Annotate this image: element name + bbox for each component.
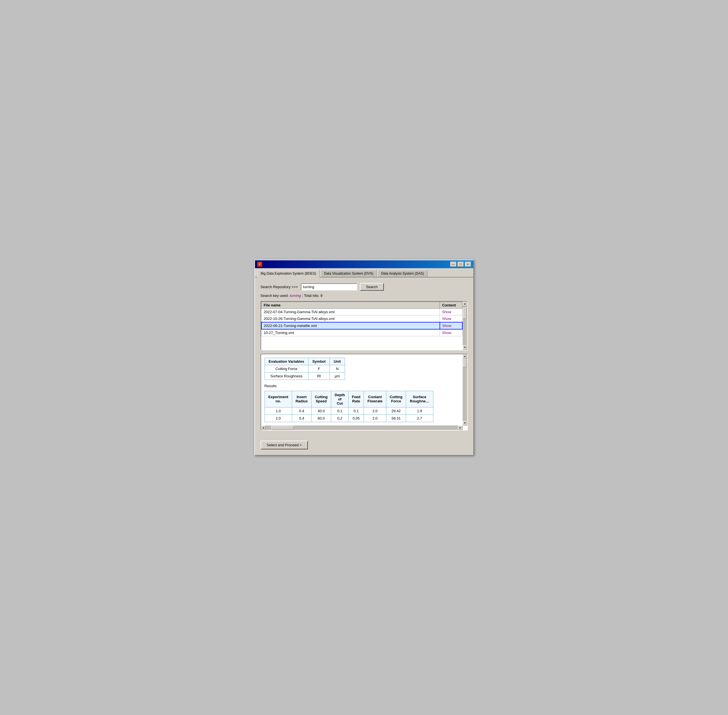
search-input[interactable]: [301, 284, 357, 290]
file-table-header-filename: File name: [261, 302, 440, 308]
data-panel: Evaluation Variables Symbol Unit Cutting…: [261, 354, 468, 430]
select-and-proceed-button[interactable]: Select and Proceed >: [261, 440, 308, 450]
results-header-insert-radius: InsertRadius: [292, 391, 311, 407]
eval-unit: μm: [329, 372, 345, 380]
file-name-cell: 2022-07-04-Turning-Gamma-TiAl alloys.xml: [261, 308, 440, 315]
results-header-surface-roughness: SurfaceRoughne…: [406, 391, 433, 407]
results-row: 1.0 0.4 40.0 0.1 0.1 2.0 29.42 1.9: [264, 407, 433, 415]
data-h-track[interactable]: [266, 425, 458, 430]
scrollbar-thumb[interactable]: [463, 308, 467, 319]
close-button[interactable]: ×: [465, 262, 471, 267]
results-label: Results: [264, 384, 459, 388]
scroll-down-button[interactable]: ▼: [463, 345, 467, 350]
search-keyword: turning: [290, 294, 301, 298]
scrollbar-track[interactable]: [463, 306, 467, 345]
eval-row: Surface Roughness Rt μm: [264, 372, 345, 380]
show-link[interactable]: Show: [442, 317, 452, 321]
results-header-cutting-force: CuttingForce: [386, 391, 406, 407]
table-row[interactable]: 2022-10-26-Turning-Gamma-TiAl alloys.xml…: [261, 315, 467, 322]
results-cell-coolant-flowrate: 2.0: [364, 415, 386, 422]
results-scroll-container[interactable]: Experimentno. InsertRadius CuttingSpeed …: [264, 391, 459, 422]
results-cell-surface-roughness: 1.9: [406, 407, 433, 415]
file-table-header-content: Content: [440, 302, 462, 308]
eval-symbol: Rt: [308, 372, 329, 380]
results-header-coolant-flowrate: CoolantFlowrate: [364, 391, 386, 407]
eval-header-symbol: Symbol: [308, 358, 329, 365]
data-scroll-right-button[interactable]: ►: [458, 425, 463, 430]
title-bar: J — □ ×: [255, 260, 473, 268]
table-row[interactable]: 2022-06-21-Turning-metafile.xml Show: [261, 322, 467, 329]
results-cell-exp-no: 1.0: [264, 407, 292, 415]
table-row[interactable]: 10-27_Turning.xml Show: [261, 329, 467, 336]
eval-variable: Cutting Force: [264, 365, 308, 372]
results-header-depth-of-cut: DepthofCut: [331, 391, 349, 407]
main-window: J — □ × Big Data Exploration System (BDE…: [254, 260, 474, 456]
search-row: Search Repository >>> Search: [261, 283, 468, 291]
results-cell-cutting-speed: 40.0: [311, 407, 331, 415]
results-cell-surface-roughness: 2.7: [406, 415, 433, 422]
results-header-feed-rate: FeedRate: [348, 391, 364, 407]
show-link-cell[interactable]: Show: [440, 315, 462, 322]
file-name-cell: 2022-06-21-Turning-metafile.xml: [261, 322, 440, 329]
results-cell-depth-of-cut: 0.1: [331, 407, 349, 415]
results-cell-cutting-force: 58.31: [386, 415, 406, 422]
table-row[interactable]: 2022-07-04-Turning-Gamma-TiAl alloys.xml…: [261, 308, 467, 315]
search-label: Search Repository >>>: [261, 285, 298, 289]
title-bar-controls: — □ ×: [450, 262, 471, 267]
file-table-container: File name Content 2022-07-04-Turning-Gam…: [261, 301, 468, 350]
results-cell-coolant-flowrate: 2.0: [364, 407, 386, 415]
tab-das[interactable]: Data Analysis System (DAS): [378, 270, 427, 277]
results-cell-insert-radius: 0.4: [292, 415, 311, 422]
file-scrollbar: ▲ ▼: [463, 302, 467, 350]
file-name-cell: 10-27_Turning.xml: [261, 329, 440, 336]
results-header-cutting-speed: CuttingSpeed: [311, 391, 331, 407]
data-h-thumb[interactable]: [271, 426, 294, 430]
eval-table: Evaluation Variables Symbol Unit Cutting…: [264, 358, 345, 380]
show-link[interactable]: Show: [443, 324, 452, 328]
show-link-cell[interactable]: Show: [440, 322, 462, 329]
results-row: 2.0 0.4 60.0 0.2 0.05 2.0 58.31 2.7: [264, 415, 433, 422]
data-panel-scrollbar-v: ▲ ▼: [463, 354, 467, 425]
data-scroll-up-button[interactable]: ▲: [463, 354, 467, 359]
java-icon: J: [257, 262, 262, 267]
eval-header-unit: Unit: [329, 358, 345, 365]
data-scrollbar-thumb[interactable]: [463, 359, 467, 367]
show-link-cell[interactable]: Show: [440, 308, 462, 315]
show-link[interactable]: Show: [442, 310, 452, 314]
maximize-button[interactable]: □: [458, 262, 464, 267]
results-cell-cutting-speed: 60.0: [311, 415, 331, 422]
results-cell-feed-rate: 0.1: [348, 407, 364, 415]
tab-bdes[interactable]: Big Data Exploration System (BDES): [257, 270, 320, 278]
content-area: Search Repository >>> Search Search key …: [255, 278, 473, 440]
data-scroll-down-button[interactable]: ▼: [463, 421, 467, 425]
show-link-cell[interactable]: Show: [440, 329, 462, 336]
tab-bar: Big Data Exploration System (BDES) Data …: [255, 268, 473, 278]
results-cell-exp-no: 2.0: [264, 415, 292, 422]
bottom-area: Select and Proceed >: [255, 440, 473, 455]
results-cell-cutting-force: 29.42: [386, 407, 406, 415]
scroll-up-button[interactable]: ▲: [463, 302, 467, 306]
search-button[interactable]: Search: [360, 283, 384, 291]
eval-symbol: F: [308, 365, 329, 372]
results-cell-feed-rate: 0.05: [348, 415, 364, 422]
file-name-cell: 2022-10-26-Turning-Gamma-TiAl alloys.xml: [261, 315, 440, 322]
eval-header-variables: Evaluation Variables: [264, 358, 308, 365]
file-table: File name Content 2022-07-04-Turning-Gam…: [261, 302, 467, 336]
results-cell-insert-radius: 0.4: [292, 407, 311, 415]
results-header-exp-no: Experimentno.: [264, 391, 292, 407]
eval-unit: N: [329, 365, 345, 372]
tab-dvs[interactable]: Data Visualization System (DVS): [320, 270, 377, 277]
show-link[interactable]: Show: [442, 330, 452, 335]
results-table: Experimentno. InsertRadius CuttingSpeed …: [264, 391, 433, 422]
search-info: Search key used: turning ; Total hits: 9: [261, 294, 468, 298]
minimize-button[interactable]: —: [450, 262, 456, 267]
data-panel-scrollbar-h: ◄ ►: [261, 425, 463, 430]
data-scroll-left-button[interactable]: ◄: [261, 425, 266, 430]
data-scrollbar-track[interactable]: [463, 359, 467, 421]
eval-variable: Surface Roughness: [264, 372, 308, 380]
eval-row: Cutting Force F N: [264, 365, 345, 372]
title-bar-left: J: [257, 262, 262, 267]
results-cell-depth-of-cut: 0.2: [331, 415, 349, 422]
data-panel-inner: Evaluation Variables Symbol Unit Cutting…: [261, 354, 463, 425]
